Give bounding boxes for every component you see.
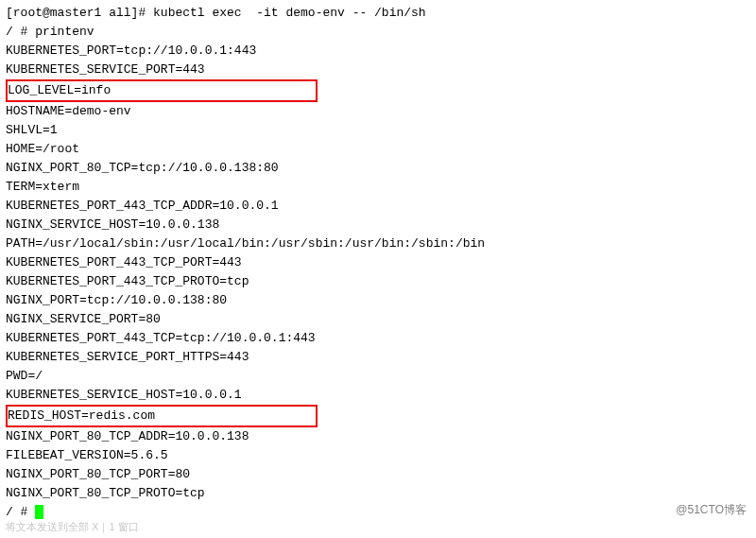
env-line: NGINX_SERVICE_PORT=80 (6, 310, 750, 329)
env-line: KUBERNETES_SERVICE_HOST=10.0.0.1 (6, 386, 750, 405)
env-line: PWD=/ (6, 367, 750, 386)
env-line: NGINX_PORT_80_TCP=tcp://10.0.0.138:80 (6, 159, 750, 178)
env-line: FILEBEAT_VERSION=5.6.5 (6, 446, 750, 465)
terminal-output: [root@master1 all]# kubectl exec -it dem… (6, 4, 750, 522)
env-line: KUBERNETES_PORT=tcp://10.0.0.1:443 (6, 42, 750, 61)
env-line: KUBERNETES_PORT_443_TCP_ADDR=10.0.0.1 (6, 197, 750, 216)
footer-text: 将文本发送到全部 X｜1 窗口 (6, 517, 139, 536)
env-line: TERM=xterm (6, 178, 750, 197)
env-line: KUBERNETES_PORT_443_TCP_PROTO=tcp (6, 272, 750, 291)
env-line: SHLVL=1 (6, 121, 750, 140)
env-line: NGINX_PORT_80_TCP_PORT=80 (6, 465, 750, 484)
highlight-log-level: LOG_LEVEL=info (6, 79, 318, 102)
env-line: NGINX_PORT_80_TCP_ADDR=10.0.0.138 (6, 427, 750, 446)
highlight-redis-host: REDIS_HOST=redis.com (6, 405, 318, 427)
watermark-text: @51CTO博客 (676, 500, 747, 519)
env-line: HOME=/root (6, 140, 750, 159)
command-line: [root@master1 all]# kubectl exec -it dem… (6, 4, 750, 23)
env-line: KUBERNETES_PORT_443_TCP=tcp://10.0.0.1:4… (6, 329, 750, 348)
env-line: NGINX_PORT=tcp://10.0.0.138:80 (6, 291, 750, 310)
env-line: KUBERNETES_SERVICE_PORT=443 (6, 61, 750, 79)
env-line: HOSTNAME=demo-env (6, 102, 750, 121)
env-line: NGINX_SERVICE_HOST=10.0.0.138 (6, 216, 750, 234)
env-line: PATH=/usr/local/sbin:/usr/local/bin:/usr… (6, 234, 750, 253)
printenv-command: / # printenv (6, 23, 750, 42)
env-line: NGINX_PORT_80_TCP_PROTO=tcp (6, 484, 750, 503)
env-line: KUBERNETES_SERVICE_PORT_HTTPS=443 (6, 348, 750, 367)
env-line: KUBERNETES_PORT_443_TCP_PORT=443 (6, 253, 750, 272)
